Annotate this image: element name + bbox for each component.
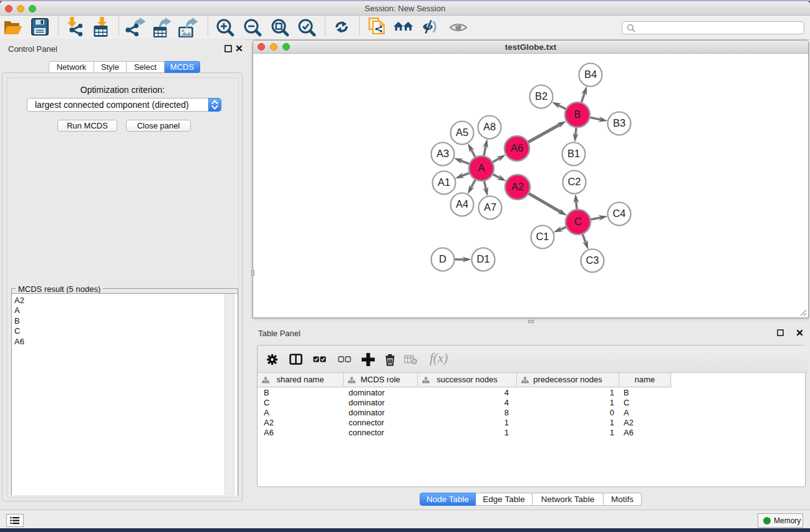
svg-text:B3: B3 [613,117,625,128]
svg-text:A: A [478,162,485,173]
svg-text:A2: A2 [511,181,524,192]
svg-text:A6: A6 [511,142,523,153]
svg-text:C2: C2 [567,176,581,187]
svg-text:A5: A5 [456,127,468,138]
svg-text:B2: B2 [535,90,547,102]
svg-text:A1: A1 [438,177,450,188]
svg-text:A4: A4 [456,198,468,210]
svg-text:C: C [574,216,582,227]
svg-text:B: B [574,109,581,120]
svg-text:D: D [439,253,446,264]
svg-text:B1: B1 [567,148,580,159]
svg-text:B4: B4 [584,69,597,80]
svg-text:A3: A3 [436,148,449,159]
svg-text:A8: A8 [483,121,496,132]
svg-text:A7: A7 [484,201,496,213]
svg-text:C4: C4 [612,208,625,219]
svg-text:C3: C3 [586,254,599,266]
svg-text:D1: D1 [476,253,489,264]
svg-text:C1: C1 [536,231,549,242]
